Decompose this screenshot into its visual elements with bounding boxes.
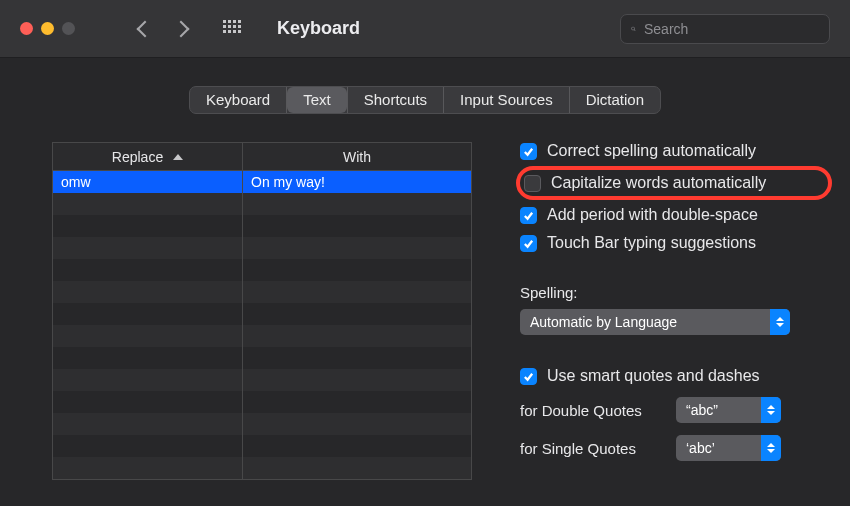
touchbar-label: Touch Bar typing suggestions (547, 234, 756, 252)
table-row[interactable] (53, 259, 471, 281)
correct-spelling-label: Correct spelling automatically (547, 142, 756, 160)
add-period-checkbox[interactable] (520, 207, 537, 224)
column-header-with[interactable]: With (243, 143, 471, 170)
spelling-block: Spelling: Automatic by Language (520, 284, 820, 335)
table-row[interactable] (53, 215, 471, 237)
smart-quotes-checkbox[interactable] (520, 368, 537, 385)
forward-button[interactable] (175, 21, 191, 37)
option-smart-quotes: Use smart quotes and dashes (520, 367, 820, 385)
table-row[interactable] (53, 391, 471, 413)
table-row[interactable] (53, 457, 471, 479)
column-replace-label: Replace (112, 149, 163, 165)
zoom-window-button[interactable] (62, 22, 75, 35)
nav-buttons (135, 21, 191, 37)
option-touchbar-suggestions: Touch Bar typing suggestions (520, 234, 820, 252)
table-row[interactable]: omw On my way! (53, 171, 471, 193)
text-options: Correct spelling automatically Capitaliz… (520, 142, 850, 480)
double-quotes-select[interactable]: “abc” (676, 397, 781, 423)
dropdown-arrows-icon (761, 397, 781, 423)
search-input[interactable] (644, 21, 819, 37)
dropdown-arrows-icon (761, 435, 781, 461)
spelling-select[interactable]: Automatic by Language (520, 309, 790, 335)
double-quotes-value: “abc” (686, 402, 718, 418)
sort-ascending-icon (173, 154, 183, 160)
table-row[interactable] (53, 369, 471, 391)
quotes-block: Use smart quotes and dashes for Double Q… (520, 367, 820, 461)
spelling-label: Spelling: (520, 284, 820, 301)
option-capitalize-words: Capitalize words automatically (516, 166, 832, 200)
touchbar-checkbox[interactable] (520, 235, 537, 252)
tab-text[interactable]: Text (287, 87, 347, 113)
toolbar: Keyboard (0, 0, 850, 58)
table-row[interactable] (53, 435, 471, 457)
table-body: omw On my way! (53, 171, 471, 479)
cell-with: On my way! (243, 171, 471, 193)
single-quotes-label: for Single Quotes (520, 440, 660, 457)
double-quotes-label: for Double Quotes (520, 402, 660, 419)
traffic-lights (20, 22, 75, 35)
add-period-label: Add period with double-space (547, 206, 758, 224)
cell-replace: omw (53, 171, 243, 193)
table-row[interactable] (53, 303, 471, 325)
smart-quotes-label: Use smart quotes and dashes (547, 367, 760, 385)
table-row[interactable] (53, 325, 471, 347)
tab-keyboard[interactable]: Keyboard (190, 87, 286, 113)
column-with-label: With (343, 149, 371, 165)
tab-shortcuts[interactable]: Shortcuts (348, 87, 443, 113)
show-all-prefs-button[interactable] (223, 20, 241, 38)
tab-dictation[interactable]: Dictation (570, 87, 660, 113)
text-replacement-table: Replace With omw On my way! (52, 142, 472, 480)
prefs-tabs: Keyboard Text Shortcuts Input Sources Di… (189, 86, 661, 114)
minimize-window-button[interactable] (41, 22, 54, 35)
table-row[interactable] (53, 237, 471, 259)
search-field[interactable] (620, 14, 830, 44)
search-icon (631, 22, 636, 36)
table-row[interactable] (53, 281, 471, 303)
correct-spelling-checkbox[interactable] (520, 143, 537, 160)
dropdown-arrows-icon (770, 309, 790, 335)
table-row[interactable] (53, 413, 471, 435)
window-title: Keyboard (277, 18, 360, 39)
single-quotes-select[interactable]: ‘abc’ (676, 435, 781, 461)
single-quotes-value: ‘abc’ (686, 440, 715, 456)
table-row[interactable] (53, 193, 471, 215)
option-correct-spelling: Correct spelling automatically (520, 142, 820, 160)
table-row[interactable] (53, 347, 471, 369)
back-button[interactable] (135, 21, 151, 37)
column-header-replace[interactable]: Replace (53, 143, 243, 170)
close-window-button[interactable] (20, 22, 33, 35)
spelling-value: Automatic by Language (530, 314, 677, 330)
tab-input-sources[interactable]: Input Sources (444, 87, 569, 113)
capitalize-words-label: Capitalize words automatically (551, 174, 766, 192)
option-add-period: Add period with double-space (520, 206, 820, 224)
capitalize-words-checkbox[interactable] (524, 175, 541, 192)
